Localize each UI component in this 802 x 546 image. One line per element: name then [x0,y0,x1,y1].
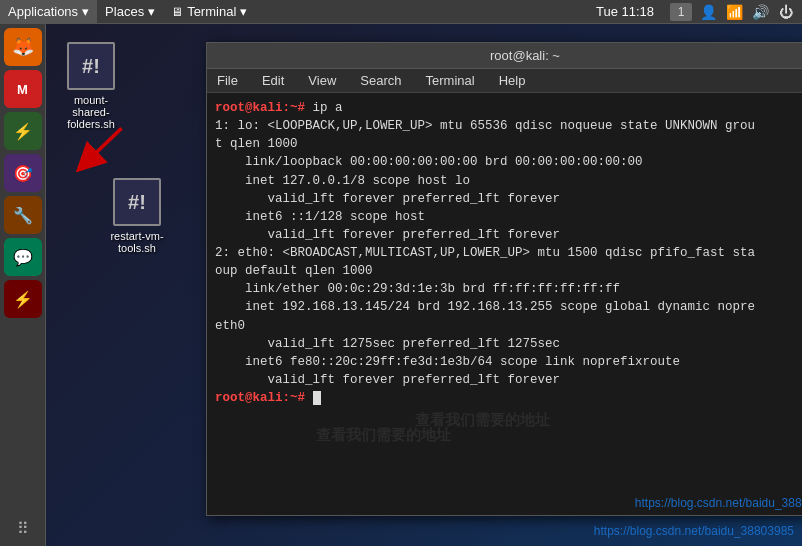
main-area: 🦊 M ⚡ 🎯 🔧 💬 ⚡ ⠿ #! mount-shared-folders.… [0,24,802,546]
places-arrow: ▾ [148,4,155,19]
power-icon[interactable]: ⏻ [776,2,796,22]
term-line-16: root@kali:~# [215,389,802,407]
network-icon[interactable]: 📶 [724,2,744,22]
sidebar: 🦊 M ⚡ 🎯 🔧 💬 ⚡ ⠿ [0,24,46,546]
term-line-8: 2: eth0: <BROADCAST,MULTICAST,UP,LOWER_U… [215,244,802,262]
sidebar-app-unknown5[interactable]: 💬 [4,238,42,276]
applications-arrow: ▾ [82,4,89,19]
taskbar: Applications ▾ Places ▾ 🖥 Terminal ▾ Tue… [0,0,802,24]
term-line-3: link/loopback 00:00:00:00:00:00 brd 00:0… [215,153,802,171]
term-line-14: inet6 fe80::20c:29ff:fe3d:1e3b/64 scope … [215,353,802,371]
term-line-7: valid_lft forever preferred_lft forever [215,226,802,244]
desktop: #! mount-shared-folders.sh #! restart-vm… [46,24,802,546]
places-menu[interactable]: Places ▾ [97,0,163,23]
applications-label: Applications [8,4,78,19]
annotation-text: 查看我们需要的地址 [415,413,550,430]
page-indicator[interactable]: 1 [670,3,692,21]
sound-icon[interactable]: 🔊 [750,2,770,22]
taskbar-right: 1 👤 📶 🔊 ⏻ [664,0,802,23]
terminal-body[interactable]: root@kali:~# ip a 1: lo: <LOOPBACK,UP,LO… [207,93,802,515]
desktop-icon-mount-shared[interactable]: #! mount-shared-folders.sh [56,42,126,130]
terminal-titlebar: root@kali: ~ [207,43,802,69]
mount-shared-label: mount-shared-folders.sh [56,94,126,130]
terminal-window: root@kali: ~ File Edit View Search Termi… [206,42,802,516]
terminal-menu-edit[interactable]: Edit [258,73,288,88]
terminal-menu-search[interactable]: Search [356,73,405,88]
sidebar-app-firefox[interactable]: 🦊 [4,28,42,66]
term-line-5: valid_lft forever preferred_lft forever [215,190,802,208]
places-label: Places [105,4,144,19]
clock: Tue 11:18 [586,4,664,19]
mount-shared-icon: #! [67,42,115,90]
terminal-menubar: File Edit View Search Terminal Help [207,69,802,93]
csdn-url[interactable]: https://blog.csdn.net/baidu_38803985 [635,496,802,510]
term-line-6: inet6 ::1/128 scope host [215,208,802,226]
term-line-10: link/ether 00:0c:29:3d:1e:3b brd ff:ff:f… [215,280,802,298]
terminal-label: Terminal [187,4,236,19]
terminal-menu-view[interactable]: View [304,73,340,88]
terminal-menu[interactable]: 🖥 Terminal ▾ [163,0,255,23]
sidebar-app-unknown6[interactable]: ⚡ [4,280,42,318]
term-line-12: eth0 [215,317,802,335]
terminal-menu-help[interactable]: Help [495,73,530,88]
terminal-menu-terminal[interactable]: Terminal [422,73,479,88]
term-line-13: valid_lft 1275sec preferred_lft 1275sec [215,335,802,353]
terminal-title: root@kali: ~ [490,48,560,63]
desktop-annotation-link: https://blog.csdn.net/baidu_38803985 [594,524,794,538]
term-line-2: t qlen 1000 [215,135,802,153]
sidebar-app-unknown4[interactable]: 🔧 [4,196,42,234]
term-line-4: inet 127.0.0.1/8 scope host lo [215,172,802,190]
term-line-9: oup default qlen 1000 [215,262,802,280]
terminal-menu-file[interactable]: File [213,73,242,88]
sidebar-app-unknown1[interactable]: M [4,70,42,108]
term-line-0: root@kali:~# ip a [215,99,802,117]
desktop-icon-restart-vm[interactable]: #! restart-vm-tools.sh [102,178,172,254]
sidebar-app-unknown3[interactable]: 🎯 [4,154,42,192]
terminal-taskbar-icon: 🖥 [171,5,183,19]
annotation-area: 查看我们需要的地址 [215,411,802,433]
term-line-1: 1: lo: <LOOPBACK,UP,LOWER_UP> mtu 65536 … [215,117,802,135]
applications-menu[interactable]: Applications ▾ [0,0,97,23]
csdn-link: https://blog.csdn.net/baidu_38803985 [635,493,802,511]
term-line-11: inet 192.168.13.145/24 brd 192.168.13.25… [215,298,802,316]
user-icon[interactable]: 👤 [698,2,718,22]
sidebar-app-unknown2[interactable]: ⚡ [4,112,42,150]
terminal-arrow: ▾ [240,4,247,19]
svg-line-0 [87,128,122,162]
term-line-15: valid_lft forever preferred_lft forever [215,371,802,389]
sidebar-show-all[interactable]: ⠿ [4,514,42,542]
restart-vm-icon: #! [113,178,161,226]
restart-vm-label: restart-vm-tools.sh [102,230,172,254]
